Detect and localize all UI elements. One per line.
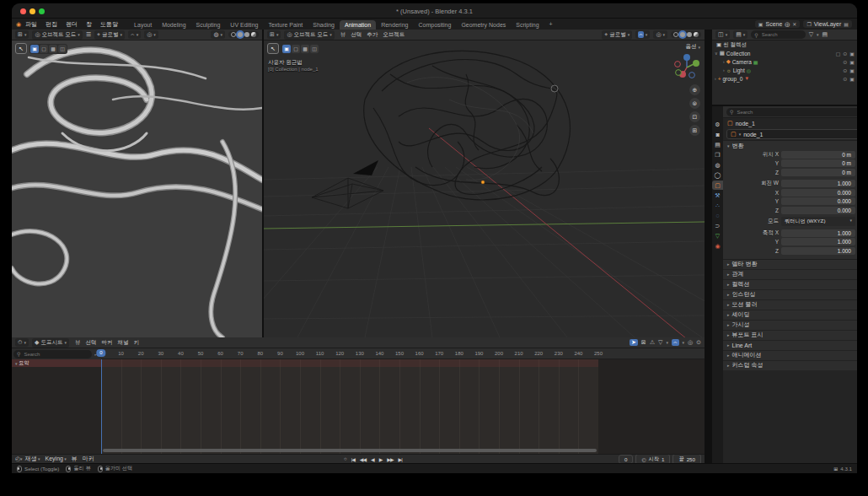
solid-shading-icon[interactable] <box>680 32 685 37</box>
copy-keyframes-icon[interactable]: ⊙ <box>696 339 701 346</box>
next-keyframe-button[interactable]: ▶▶ <box>385 456 394 462</box>
mode-dropdown[interactable]: ◎오브젝트 모드▾ <box>284 30 334 40</box>
playback-menu-뷰[interactable]: 뷰 <box>69 456 80 461</box>
select-mode-invert-icon[interactable]: ◫ <box>58 45 67 53</box>
rendered-shading-icon[interactable] <box>251 32 256 37</box>
timeline-ruler[interactable]: 1020304050607080901001101201301401501601… <box>101 348 705 359</box>
menu-창[interactable]: 창 <box>82 21 96 27</box>
menu-도움말[interactable]: 도움말 <box>96 21 122 27</box>
playback-menu-마커[interactable]: 마커 <box>80 456 97 461</box>
gizmo-y-axis[interactable] <box>693 60 699 67</box>
exclude-icon[interactable]: ▢ <box>836 51 841 57</box>
keyframe-area[interactable] <box>101 359 705 454</box>
outliner-row-씬 컬렉션[interactable]: ▣씬 컬렉션 <box>712 40 857 49</box>
panel-셰이딩[interactable]: ▸셰이딩 <box>723 310 857 320</box>
transform-panel-header[interactable]: ▾변환 <box>723 140 857 150</box>
delta-transform-panel-header[interactable]: ▸델타 변환 <box>723 259 857 269</box>
menu-편집[interactable]: 편집 <box>41 21 62 27</box>
horizontal-scrollbar[interactable] <box>103 449 597 452</box>
transform-value-field[interactable]: 0 m <box>781 151 855 159</box>
rendered-shading-icon[interactable] <box>694 32 699 37</box>
object-name-field[interactable]: ▢ ▾ node_1 <box>726 129 857 139</box>
select-mode-invert-icon[interactable]: ◫ <box>310 45 319 53</box>
summary-channel[interactable]: ▾요약 <box>12 359 101 367</box>
current-frame-field[interactable]: 0 <box>619 455 633 464</box>
show-hidden-icon[interactable]: ⊠ <box>641 339 646 346</box>
pan-view-icon[interactable]: ⊜ <box>689 98 700 109</box>
current-frame-line[interactable] <box>101 359 102 454</box>
camera-render-icon[interactable]: ▣ <box>849 67 855 73</box>
workspace-tab-layout[interactable]: Layout <box>129 20 157 30</box>
transform-value-field[interactable]: 0.000 <box>781 189 855 197</box>
workspace-tab-geometry-nodes[interactable]: Geometry Nodes <box>456 20 511 30</box>
transform-orientation-dropdown[interactable]: ⌖글로벌▾ <box>94 30 125 40</box>
material-tab[interactable]: ◉ <box>712 241 723 251</box>
editor-type-button[interactable]: ◫▾ <box>715 30 730 39</box>
scene-tab[interactable]: ◍ <box>712 160 723 170</box>
proportional-edit-dropdown[interactable]: ◎▾ <box>144 30 158 39</box>
camera-render-icon[interactable]: ▣ <box>849 51 855 57</box>
eye-icon[interactable]: ⊙ <box>843 67 847 73</box>
channel-search[interactable]: ⚲ <box>13 350 92 359</box>
object-data-tab[interactable]: ▽ <box>712 231 723 240</box>
auto-keying-button[interactable]: ○ <box>342 456 348 461</box>
output-tab[interactable]: ▤ <box>712 140 723 149</box>
active-tool-tweak-icon[interactable]: ↖ <box>15 43 27 54</box>
panel-인스턴싱[interactable]: ▸인스턴싱 <box>723 289 857 299</box>
panel-모션 블러[interactable]: ▸모션 블러 <box>723 299 857 310</box>
only-selected-icon[interactable]: ➤ <box>630 339 638 346</box>
snap-dropdown[interactable]: ⌢▾ <box>635 30 650 39</box>
wireframe-shading-icon[interactable] <box>231 32 236 37</box>
navigation-gizmo[interactable] <box>672 52 701 83</box>
snap-icon[interactable]: ⌢ <box>672 339 679 346</box>
dope-sheet-mode-dropdown[interactable]: ◆도프시트▾ <box>32 338 69 348</box>
dope-sheet-menu-선택[interactable]: 선택 <box>83 339 99 345</box>
workspace-tab-uv-editing[interactable]: UV Editing <box>225 20 263 30</box>
viewport-menu-선택[interactable]: 선택 <box>348 31 364 37</box>
playback-menu-Keying[interactable]: Keying ▾ <box>43 456 69 461</box>
zoom-view-icon[interactable]: ⊕ <box>689 84 700 95</box>
search-input[interactable] <box>22 351 69 358</box>
transform-orientation-dropdown[interactable]: ⌖글로벌▾ <box>602 30 632 40</box>
outliner-row-light[interactable]: ›☼Light◎⊙▣ <box>712 66 857 74</box>
editor-type-button[interactable]: ⏱▾ <box>15 338 29 347</box>
viewport-center-canvas[interactable]: ↖ ▣ ▢ ▩ ◫ 옵션▾ 사용자 원근법 [0] Collection | n… <box>264 40 705 337</box>
viewport-left-canvas[interactable]: ↖ ▣ ▢ ▩ ◫ <box>12 40 262 337</box>
active-tool-tweak-icon[interactable]: ↖ <box>267 43 279 54</box>
dope-sheet-menu-채널[interactable]: 채널 <box>115 339 131 345</box>
transform-value-field[interactable]: 0.000 <box>781 207 855 214</box>
proportional-edit-dropdown[interactable]: ◎▾ <box>653 30 667 39</box>
outliner-row-group_0[interactable]: ›+group_0▼⊙▣ <box>712 74 857 83</box>
workspace-tab-modeling[interactable]: Modeling <box>157 20 190 30</box>
transform-value-field[interactable]: 0.000 <box>781 197 855 205</box>
disclosure-icon[interactable]: ∨ <box>715 51 718 56</box>
snap-dropdown[interactable]: ⌢▾ <box>128 30 141 39</box>
camera-render-icon[interactable]: ▣ <box>849 76 855 82</box>
panel-커스텀 속성[interactable]: ▸커스텀 속성 <box>723 360 857 370</box>
breadcrumb-object-name[interactable]: node_1 <box>736 121 755 127</box>
viewport-menu-뷰[interactable]: 뷰 <box>338 31 349 37</box>
filter-icon[interactable]: ▽ <box>658 339 662 346</box>
transform-value-field[interactable]: 1.000 <box>781 180 855 187</box>
mode-dropdown[interactable]: ◎오브젝트 모드▾ <box>32 30 82 40</box>
properties-search[interactable]: ⚲ <box>726 108 857 116</box>
editor-type-button[interactable]: ⊞▾ <box>15 30 29 39</box>
select-mode-extend-icon[interactable]: ▢ <box>292 45 300 53</box>
proportional-edit-icon[interactable]: ◎ <box>688 339 693 346</box>
select-mode-new-icon[interactable]: ▣ <box>30 45 39 53</box>
wireframe-shading-icon[interactable] <box>673 32 678 37</box>
jump-to-start-button[interactable]: |◀ <box>350 456 356 462</box>
view-layer-tab[interactable]: ❐ <box>712 150 723 159</box>
add-workspace-button[interactable]: + <box>544 19 558 29</box>
display-mode-dropdown[interactable]: ▤▾ <box>733 30 747 39</box>
solid-shading-icon[interactable] <box>238 32 243 37</box>
object-properties-tab[interactable]: ▢ <box>712 181 723 190</box>
transform-value-field[interactable]: 1.000 <box>781 247 855 255</box>
workspace-tab-sculpting[interactable]: Sculpting <box>191 20 226 30</box>
perspective-toggle-icon[interactable]: ⊞ <box>689 125 700 136</box>
dope-sheet-menu-뷰[interactable]: 뷰 <box>72 339 83 345</box>
camera-render-icon[interactable]: ▣ <box>849 59 855 65</box>
select-mode-extend-icon[interactable]: ▢ <box>40 45 48 53</box>
unlink-scene-icon[interactable]: ✕ <box>792 21 796 27</box>
outliner-row-collection[interactable]: ∨▦Collection▢⊙▣ <box>712 49 857 57</box>
